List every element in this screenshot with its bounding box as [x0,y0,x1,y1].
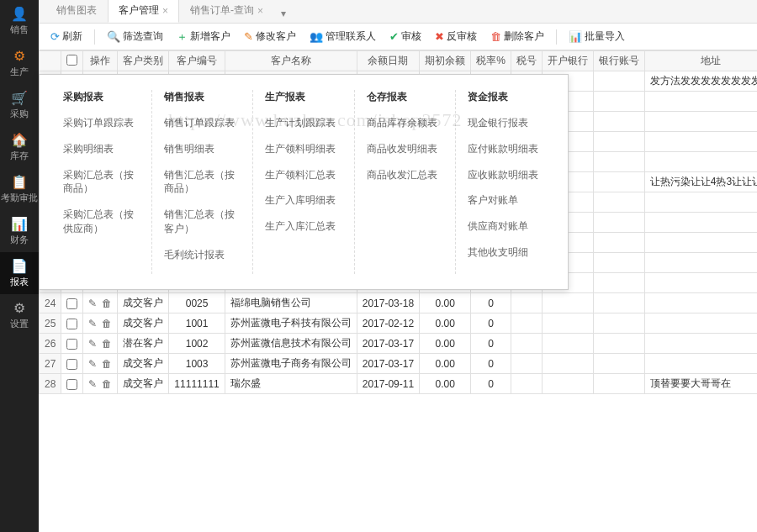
row-checkbox[interactable] [66,339,77,350]
manage-contact-button[interactable]: 👥管理联系人 [304,27,381,46]
mega-link[interactable]: 采购汇总表（按商品） [63,168,140,197]
cell-address [644,152,757,172]
mega-link[interactable]: 销售汇总表（按客户） [164,208,241,236]
mega-link[interactable]: 生产入库汇总表 [265,219,341,234]
sidebar-item-5[interactable]: 📊财务 [0,210,39,252]
mega-column: 采购报表采购订单跟踪表采购明细表采购汇总表（按商品）采购汇总表（按供应商） [51,90,152,274]
mega-link[interactable]: 生产领料明细表 [265,142,341,156]
mega-link[interactable]: 商品收发汇总表 [367,168,443,182]
refresh-icon: ⟳ [50,30,60,43]
edit-icon[interactable]: ✎ [88,298,97,309]
table-row[interactable]: 26✎🗑潜在客户1002苏州蓝微信息技术有限公司2017-03-170.000 [40,334,758,354]
mega-column: 生产报表生产计划跟踪表生产领料明细表生产领料汇总表生产入库明细表生产入库汇总表 [253,90,354,274]
edit-icon[interactable]: ✎ [88,338,97,350]
mega-link[interactable]: 销售订单跟踪表 [164,116,241,130]
mega-link[interactable]: 生产入库明细表 [265,193,341,208]
cell-balance: 0.00 [420,313,471,334]
add-customer-button[interactable]: ＋新增客户 [172,27,236,47]
cell-address: 让热污染让让4热3让让让发 [644,172,757,192]
sidebar-icon: ⚙ [13,300,25,316]
mega-link[interactable]: 采购明细表 [63,142,140,156]
select-all-checkbox[interactable] [66,55,77,66]
cell-address [644,192,757,213]
cell-taxno [511,313,542,334]
mega-link[interactable]: 供应商对账单 [468,219,544,234]
sidebar-item-3[interactable]: 🏠库存 [0,126,39,168]
tab-add-button[interactable]: ▾ [274,4,293,23]
sidebar-item-1[interactable]: ⚙生产 [0,42,39,84]
tab-customer-mgmt[interactable]: 客户管理× [108,0,179,23]
row-checkbox[interactable] [66,298,77,309]
mega-link[interactable]: 采购汇总表（按供应商） [63,208,140,236]
sidebar-item-7[interactable]: ⚙设置 [0,294,39,336]
mega-link[interactable]: 现金银行报表 [468,116,544,130]
table-row[interactable]: 27✎🗑成交客户1003苏州蓝微电子商务有限公司2017-03-170.000 [40,354,758,374]
delete-customer-button[interactable]: 🗑删除客户 [485,27,549,46]
edit-customer-button[interactable]: ✎修改客户 [239,27,301,46]
user-icon: 👥 [310,30,323,43]
edit-icon[interactable]: ✎ [88,358,97,370]
close-icon[interactable]: × [162,5,168,17]
search-icon: 🔍 [107,30,120,43]
delete-icon[interactable]: 🗑 [102,378,112,390]
cell-name: 苏州蓝微电子科技有限公司 [225,313,357,334]
row-checkbox[interactable] [66,319,77,329]
sidebar-item-2[interactable]: 🛒采购 [0,84,39,126]
mega-link[interactable]: 客户对账单 [468,193,544,208]
mega-title: 仓存报表 [367,90,443,104]
edit-icon[interactable]: ✎ [88,378,97,390]
mega-link[interactable]: 其他收支明细 [468,245,544,260]
mega-link[interactable]: 商品库存余额表 [367,116,443,130]
refresh-button[interactable]: ⟳刷新 [45,27,87,46]
sidebar-label: 报表 [10,276,29,288]
add-icon: ＋ [177,29,188,45]
table-row[interactable]: 25✎🗑成交客户1001苏州蓝微电子科技有限公司2017-02-120.000 [40,313,758,334]
sidebar-item-6[interactable]: 📄报表 [0,252,39,294]
mega-link[interactable]: 采购订单跟踪表 [63,116,140,130]
cell-account [593,233,644,253]
excel-icon: 📊 [569,30,582,43]
mega-link[interactable]: 销售明细表 [164,142,241,156]
tab-sales-order-query[interactable]: 销售订单-查询× [179,0,274,23]
cell-account [593,374,644,394]
check-icon: ✔ [389,30,399,43]
sidebar-icon: 🏠 [11,132,28,148]
mega-link[interactable]: 生产计划跟踪表 [265,116,341,130]
table-row[interactable]: 28✎🗑成交客户11111111瑞尔盛2017-09-110.000顶替要要大哥… [40,374,758,394]
sidebar-item-0[interactable]: 👤销售 [0,0,39,42]
cell-code: 1001 [169,313,225,334]
cell-account [593,112,644,132]
cell-tax: 0 [471,313,511,334]
cell-taxno [511,334,542,354]
cell-name: 苏州蓝微信息技术有限公司 [225,334,357,354]
tab-sales-chart[interactable]: 销售图表 [45,0,108,23]
col-header: 税率% [471,51,511,71]
mega-link[interactable]: 毛利统计报表 [164,248,241,262]
col-header: 税号 [511,51,542,71]
cell-tax: 0 [471,293,511,313]
cell-address: 顶替要要大哥哥在 [644,374,757,394]
sidebar-icon: ⚙ [13,48,25,64]
approve-button[interactable]: ✔审核 [384,27,426,46]
cell-date: 2017-09-11 [357,374,419,394]
delete-icon[interactable]: 🗑 [102,318,112,329]
close-icon[interactable]: × [257,5,263,17]
edit-icon[interactable]: ✎ [88,318,97,329]
row-checkbox[interactable] [66,379,77,390]
mega-link[interactable]: 销售汇总表（按商品） [164,168,241,197]
unapprove-button[interactable]: ✖反审核 [430,27,482,46]
import-button[interactable]: 📊批量导入 [564,27,630,46]
delete-icon[interactable]: 🗑 [102,298,112,309]
tabs: 销售图表 客户管理× 销售订单-查询× ▾ [39,0,757,24]
mega-link[interactable]: 应付账款明细表 [468,142,544,156]
mega-link[interactable]: 商品收发明细表 [367,142,443,156]
cell-bank [542,334,593,354]
delete-icon[interactable]: 🗑 [102,338,112,350]
mega-link[interactable]: 生产领料汇总表 [265,168,341,182]
filter-button[interactable]: 🔍筛选查询 [102,27,168,46]
mega-link[interactable]: 应收账款明细表 [468,168,544,182]
delete-icon[interactable]: 🗑 [102,358,112,370]
table-row[interactable]: 24✎🗑成交客户0025福绵电脑销售公司2017-03-180.000 [40,293,758,313]
sidebar-item-4[interactable]: 📋考勤审批 [0,168,39,210]
row-checkbox[interactable] [66,359,77,370]
